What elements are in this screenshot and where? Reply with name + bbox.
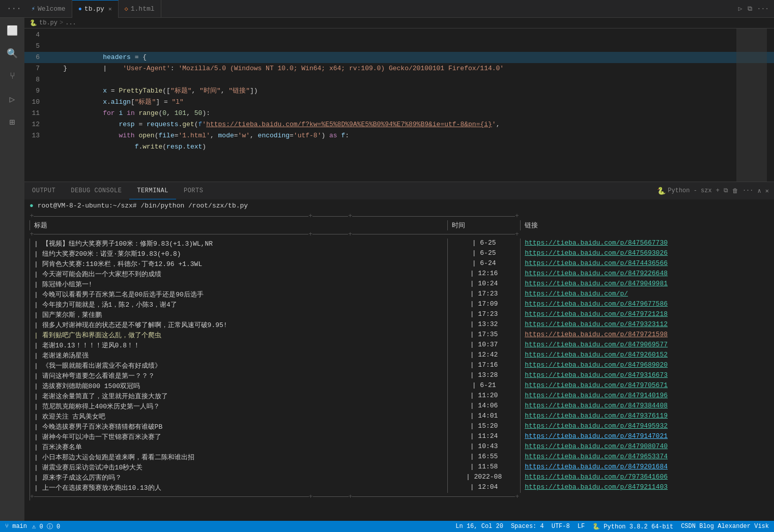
table-sep-header: ++++ <box>30 230 769 239</box>
panel-tab-debug[interactable]: DEBUG CONSOLE <box>63 182 129 200</box>
table-row: | 【视频】纽约大奖赛男子100米：修斯9.83(+1.3)WL,NR | 6-… <box>30 239 769 249</box>
table-row: | 今天谢可能会跑出一个大家想不到的成绩 | 12:16 https://tie… <box>30 269 769 279</box>
code-editor[interactable]: 4 5 headers = { 6 | 'User-Agent': 'Mozil… <box>24 28 774 182</box>
split-editor-icon[interactable]: ⧉ <box>748 5 752 13</box>
code-line-11: 11 resp = requests.get(f'https://tieba.b… <box>24 108 774 119</box>
col-header-title: 标题 <box>30 220 448 230</box>
table-row: | 今晚选拔赛男子百米决赛猜猜都有谁破PB | 15:20 https://ti… <box>30 422 769 432</box>
tab-tbpy[interactable]: ● tb.py ✕ <box>72 0 119 18</box>
table-header-row: 标题 时间 链接 <box>30 220 769 230</box>
breadcrumb: 🐍 tb.py > ... <box>24 18 774 28</box>
table-row: | 百米决赛名单 | 10:43 https://tieba.baidu.com… <box>30 442 769 452</box>
more-icon[interactable]: ··· <box>757 5 769 13</box>
code-line-9: 9 x.align["标题"] = "l" <box>24 85 774 97</box>
trash-icon[interactable]: 🗑 <box>732 187 738 195</box>
main-content: 🐍 tb.py > ... 4 5 headers = { 6 <box>24 18 774 521</box>
terminal-prompt: ● root@VM-8-2-ubuntu:~/szx# /bin/python … <box>30 202 769 210</box>
table-row: | 欢迎关注 古风美女吧 | 14:01 https://tieba.baidu… <box>30 411 769 422</box>
table-row: | 老谢这余量简直了，这里就开始直接大放了 | 11:20 https://ti… <box>30 391 769 401</box>
table-row: | 选拔赛刘德助能800 1500双冠吗 | 6-21 https://tieb… <box>30 381 769 391</box>
tab-tbpy-icon: ● <box>78 6 82 13</box>
add-terminal-icon[interactable]: + <box>716 187 720 194</box>
col-header-link: 链接 <box>521 220 769 230</box>
explorer-icon[interactable]: ⬜ <box>2 20 22 41</box>
panel-close-icon[interactable]: ✕ <box>765 187 769 195</box>
minimap <box>736 28 767 182</box>
tab-bar: ··· ⚡ Welcome ● tb.py ✕ ◇ 1.html ▷ ⧉ ··· <box>0 0 774 18</box>
table-sep-bottom: ++++ <box>30 493 769 500</box>
tab-1html-icon: ◇ <box>125 5 128 13</box>
panel-tab-ports[interactable]: PORTS <box>176 182 211 200</box>
table-row: | 上一个在选拔赛预赛放水跑出10.13的人 | 12:04 https://t… <box>30 483 769 493</box>
table-row: | 老谢迷弟汤星强 | 12:42 https://tieba.baidu.co… <box>30 350 769 361</box>
table-row: | 陈冠锋小组第一! | 10:24 https://tieba.baidu.c… <box>30 279 769 289</box>
panel-tabs: OUTPUT DEBUG CONSOLE TERMINAL PORTS 🐍 Py… <box>24 182 774 199</box>
code-line-10: 10 for i in range(0, 101, 50): <box>24 97 774 108</box>
panel-more-icon[interactable]: ··· <box>742 187 754 194</box>
extensions-icon[interactable]: ⊞ <box>2 112 22 132</box>
python-info: 🐍 Python - szx <box>657 187 711 195</box>
table-row: | 今年接力可能就是，汤1，陈2，小陈3，谢4了 | 17:09 https:/… <box>30 300 769 310</box>
panel-chevron-icon[interactable]: ∧ <box>758 187 761 195</box>
git-icon[interactable]: ⑂ <box>2 66 22 86</box>
table-row: | 阿肯色大奖赛:110米栏，科德尔·丁奇12.96 +1.3WL | 6-24… <box>30 259 769 269</box>
col-header-time: 时间 <box>447 220 520 230</box>
layout: ⬜ 🔍 ⑂ ▷ ⊞ 🐍 tb.py > ... 4 5 header <box>0 18 774 521</box>
table-row: | 很多人对谢神现在的状态还是不够了解啊，正常风速可破9.95! | 13:32… <box>30 320 769 330</box>
panel-tab-output[interactable]: OUTPUT <box>24 182 63 200</box>
tab-bar-overflow[interactable]: ··· <box>3 4 25 13</box>
activity-bar: ⬜ 🔍 ⑂ ▷ ⊞ <box>0 18 24 521</box>
table-row: | 谢神今年可以冲击一下世锦赛百米决赛了 | 11:24 https://tie… <box>30 432 769 442</box>
table-row: | 原来李子成这么厉害的吗？ | 2022-08 https://tieba.b… <box>30 472 769 483</box>
terminal[interactable]: ● root@VM-8-2-ubuntu:~/szx# /bin/python … <box>24 199 774 521</box>
table-row: | 请问这种弯道要怎么看谁是第一？？？ | 13:28 https://tieb… <box>30 371 769 381</box>
table-row: | 《我一眼就能看出谢震业不会有好成绩》 | 17:16 https://tie… <box>30 361 769 371</box>
search-icon[interactable]: 🔍 <box>2 43 22 64</box>
tab-tbpy-close[interactable]: ✕ <box>108 6 112 12</box>
table-row: | 今晚可以看看男子百米第二名是00后选手还是90后选手 | 17:23 htt… <box>30 289 769 300</box>
table-row: | 看到贴吧广告和界面这么乱，做了个爬虫 | 17:35 https://tie… <box>30 330 769 340</box>
tab-right-controls: ▷ ⧉ ··· <box>738 5 774 13</box>
table-row: | 小日本那边大运会短跑是谁来啊，看看二陈和谁出招 | 16:55 https:… <box>30 452 769 462</box>
tab-1html[interactable]: ◇ 1.html <box>119 0 161 18</box>
table-row: | 范尼凯克能称得上400米历史第一人吗？ | 14:06 https://ti… <box>30 401 769 411</box>
code-line-5: 5 headers = { <box>24 41 774 52</box>
tab-welcome-icon: ⚡ <box>32 5 35 13</box>
run-icon[interactable]: ▷ <box>738 5 742 13</box>
code-line-4: 4 <box>24 29 774 41</box>
split-terminal-icon[interactable]: ⧉ <box>724 187 728 194</box>
table-row: | 纽约大奖赛200米：诺亚·莱尔斯19.83(+0.8) | 6-25 htt… <box>30 249 769 259</box>
terminal-table: ++++ 标题 时间 链接 ++++ | 【视频】纽约大奖赛男子100米：修斯9… <box>30 212 769 500</box>
table-row: | 谢震业赛后采访尝试冲击10秒大关 | 11:58 https://tieba… <box>30 462 769 472</box>
debug-icon[interactable]: ▷ <box>2 89 22 109</box>
tab-welcome[interactable]: ⚡ Welcome <box>25 0 72 18</box>
table-row: | 国产莱尔斯，莱佳鹏 | 17:23 https://tieba.baidu.… <box>30 310 769 320</box>
code-line-6: 6 | 'User-Agent': 'Mozilla/5.0 (Windows … <box>24 52 774 63</box>
table-row: | 老谢10.13！！！！逆风0.8！！ | 10:37 https://tie… <box>30 340 769 350</box>
panel-tab-terminal[interactable]: TERMINAL <box>129 182 176 200</box>
panel-controls: 🐍 Python - szx + ⧉ 🗑 ··· ∧ ✕ <box>657 187 774 195</box>
table-sep-top: ++++ <box>30 212 769 220</box>
breadcrumb-file: 🐍 <box>30 19 37 27</box>
